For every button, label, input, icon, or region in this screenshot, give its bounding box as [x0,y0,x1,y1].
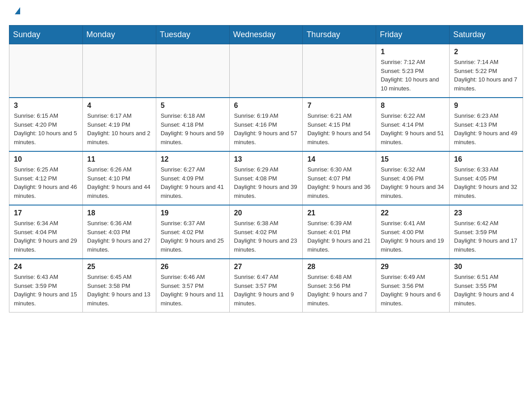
day-number: 30 [454,263,518,271]
day-number: 4 [87,102,151,110]
day-info: Sunrise: 6:51 AM Sunset: 3:55 PM Dayligh… [454,273,518,308]
day-info: Sunrise: 6:21 AM Sunset: 4:15 PM Dayligh… [307,111,371,146]
day-info: Sunrise: 7:14 AM Sunset: 5:22 PM Dayligh… [454,58,518,93]
day-number: 7 [307,102,371,110]
calendar-day-cell: 1Sunrise: 7:12 AM Sunset: 5:23 PM Daylig… [376,44,450,98]
calendar-week-row: 17Sunrise: 6:34 AM Sunset: 4:04 PM Dayli… [9,205,523,259]
day-info: Sunrise: 6:46 AM Sunset: 3:57 PM Dayligh… [161,273,225,308]
day-info: Sunrise: 6:36 AM Sunset: 4:03 PM Dayligh… [87,219,151,254]
day-number: 13 [234,155,298,163]
calendar-day-cell: 13Sunrise: 6:29 AM Sunset: 4:08 PM Dayli… [229,151,303,205]
day-info: Sunrise: 6:26 AM Sunset: 4:10 PM Dayligh… [87,165,151,200]
calendar-day-cell [82,44,156,98]
day-number: 18 [87,209,151,217]
day-number: 17 [14,209,78,217]
day-number: 21 [307,209,371,217]
day-info: Sunrise: 6:43 AM Sunset: 3:59 PM Dayligh… [14,273,78,308]
day-info: Sunrise: 6:25 AM Sunset: 4:12 PM Dayligh… [14,165,78,200]
day-info: Sunrise: 6:29 AM Sunset: 4:08 PM Dayligh… [234,165,298,200]
calendar-day-cell [303,44,376,98]
calendar-day-cell: 30Sunrise: 6:51 AM Sunset: 3:55 PM Dayli… [450,259,523,313]
day-info: Sunrise: 6:23 AM Sunset: 4:13 PM Dayligh… [454,111,518,146]
day-number: 29 [381,263,445,271]
calendar-day-cell: 14Sunrise: 6:30 AM Sunset: 4:07 PM Dayli… [303,151,376,205]
calendar-week-row: 3Sunrise: 6:15 AM Sunset: 4:20 PM Daylig… [9,98,523,151]
day-number: 12 [161,155,225,163]
logo-triangle-icon [15,7,20,14]
calendar-day-cell: 24Sunrise: 6:43 AM Sunset: 3:59 PM Dayli… [9,259,83,313]
day-info: Sunrise: 6:30 AM Sunset: 4:07 PM Dayligh… [307,165,371,200]
page-header [0,0,532,21]
calendar-day-cell [156,44,229,98]
day-info: Sunrise: 6:48 AM Sunset: 3:56 PM Dayligh… [307,273,371,308]
calendar-day-cell: 16Sunrise: 6:33 AM Sunset: 4:05 PM Dayli… [450,151,523,205]
day-number: 3 [14,102,78,110]
day-info: Sunrise: 6:17 AM Sunset: 4:19 PM Dayligh… [87,111,151,146]
day-number: 24 [14,263,78,271]
day-info: Sunrise: 6:18 AM Sunset: 4:18 PM Dayligh… [161,111,225,146]
day-number: 19 [161,209,225,217]
day-of-week-header: Monday [82,26,156,44]
calendar-day-cell: 26Sunrise: 6:46 AM Sunset: 3:57 PM Dayli… [156,259,229,313]
logo-general-text [13,9,20,16]
day-info: Sunrise: 6:22 AM Sunset: 4:14 PM Dayligh… [381,111,445,146]
day-info: Sunrise: 6:32 AM Sunset: 4:06 PM Dayligh… [381,165,445,200]
calendar-day-cell: 25Sunrise: 6:45 AM Sunset: 3:58 PM Dayli… [82,259,156,313]
day-number: 25 [87,263,151,271]
calendar-day-cell [9,44,83,98]
calendar-day-cell [229,44,303,98]
logo [13,9,20,16]
calendar-header-row: SundayMondayTuesdayWednesdayThursdayFrid… [9,26,523,44]
day-number: 5 [161,102,225,110]
calendar-day-cell: 12Sunrise: 6:27 AM Sunset: 4:09 PM Dayli… [156,151,229,205]
day-number: 1 [381,48,445,56]
day-number: 11 [87,155,151,163]
calendar-day-cell: 11Sunrise: 6:26 AM Sunset: 4:10 PM Dayli… [82,151,156,205]
day-number: 15 [381,155,445,163]
day-info: Sunrise: 6:19 AM Sunset: 4:16 PM Dayligh… [234,111,298,146]
day-info: Sunrise: 6:42 AM Sunset: 3:59 PM Dayligh… [454,219,518,254]
day-info: Sunrise: 6:37 AM Sunset: 4:02 PM Dayligh… [161,219,225,254]
calendar-week-row: 10Sunrise: 6:25 AM Sunset: 4:12 PM Dayli… [9,151,523,205]
day-number: 20 [234,209,298,217]
day-number: 8 [381,102,445,110]
calendar-day-cell: 22Sunrise: 6:41 AM Sunset: 4:00 PM Dayli… [376,205,450,259]
day-number: 10 [14,155,78,163]
day-info: Sunrise: 6:33 AM Sunset: 4:05 PM Dayligh… [454,165,518,200]
calendar-day-cell: 3Sunrise: 6:15 AM Sunset: 4:20 PM Daylig… [9,98,83,151]
day-number: 23 [454,209,518,217]
day-info: Sunrise: 6:38 AM Sunset: 4:02 PM Dayligh… [234,219,298,254]
day-number: 28 [307,263,371,271]
calendar-week-row: 1Sunrise: 7:12 AM Sunset: 5:23 PM Daylig… [9,44,523,98]
day-info: Sunrise: 6:27 AM Sunset: 4:09 PM Dayligh… [161,165,225,200]
day-number: 26 [161,263,225,271]
calendar-day-cell: 17Sunrise: 6:34 AM Sunset: 4:04 PM Dayli… [9,205,83,259]
calendar-day-cell: 20Sunrise: 6:38 AM Sunset: 4:02 PM Dayli… [229,205,303,259]
calendar-day-cell: 23Sunrise: 6:42 AM Sunset: 3:59 PM Dayli… [450,205,523,259]
day-info: Sunrise: 7:12 AM Sunset: 5:23 PM Dayligh… [381,58,445,93]
calendar-day-cell: 2Sunrise: 7:14 AM Sunset: 5:22 PM Daylig… [450,44,523,98]
calendar-day-cell: 7Sunrise: 6:21 AM Sunset: 4:15 PM Daylig… [303,98,376,151]
day-number: 16 [454,155,518,163]
calendar-day-cell: 5Sunrise: 6:18 AM Sunset: 4:18 PM Daylig… [156,98,229,151]
calendar-day-cell: 19Sunrise: 6:37 AM Sunset: 4:02 PM Dayli… [156,205,229,259]
day-info: Sunrise: 6:45 AM Sunset: 3:58 PM Dayligh… [87,273,151,308]
day-number: 22 [381,209,445,217]
calendar-day-cell: 27Sunrise: 6:47 AM Sunset: 3:57 PM Dayli… [229,259,303,313]
calendar-day-cell: 10Sunrise: 6:25 AM Sunset: 4:12 PM Dayli… [9,151,83,205]
day-info: Sunrise: 6:39 AM Sunset: 4:01 PM Dayligh… [307,219,371,254]
day-of-week-header: Saturday [450,26,523,44]
calendar-day-cell: 9Sunrise: 6:23 AM Sunset: 4:13 PM Daylig… [450,98,523,151]
day-of-week-header: Sunday [9,26,83,44]
calendar-day-cell: 28Sunrise: 6:48 AM Sunset: 3:56 PM Dayli… [303,259,376,313]
calendar-day-cell: 29Sunrise: 6:49 AM Sunset: 3:56 PM Dayli… [376,259,450,313]
calendar-day-cell: 21Sunrise: 6:39 AM Sunset: 4:01 PM Dayli… [303,205,376,259]
day-info: Sunrise: 6:47 AM Sunset: 3:57 PM Dayligh… [234,273,298,308]
day-of-week-header: Wednesday [229,26,303,44]
calendar-day-cell: 6Sunrise: 6:19 AM Sunset: 4:16 PM Daylig… [229,98,303,151]
day-of-week-header: Thursday [303,26,376,44]
day-number: 9 [454,102,518,110]
day-number: 2 [454,48,518,56]
day-number: 27 [234,263,298,271]
calendar-table: SundayMondayTuesdayWednesdayThursdayFrid… [9,25,523,313]
